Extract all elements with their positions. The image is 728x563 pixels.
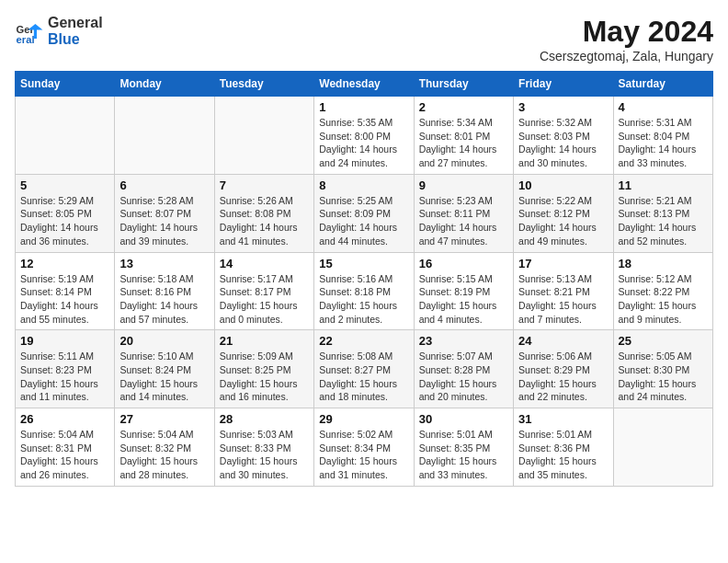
calendar-cell: 4Sunrise: 5:31 AMSunset: 8:04 PMDaylight… (613, 97, 712, 175)
calendar-cell: 29Sunrise: 5:02 AMSunset: 8:34 PMDayligh… (314, 408, 414, 487)
calendar-cell (115, 97, 214, 175)
weekday-header: Saturday (613, 72, 712, 97)
calendar-cell: 23Sunrise: 5:07 AMSunset: 8:28 PMDayligh… (414, 330, 513, 408)
day-info: Sunrise: 5:25 AMSunset: 8:09 PMDaylight:… (319, 194, 408, 248)
calendar-cell: 15Sunrise: 5:16 AMSunset: 8:18 PMDayligh… (314, 252, 414, 330)
calendar-cell: 13Sunrise: 5:18 AMSunset: 8:16 PMDayligh… (115, 252, 214, 330)
calendar-cell: 11Sunrise: 5:21 AMSunset: 8:13 PMDayligh… (613, 174, 712, 252)
day-info: Sunrise: 5:18 AMSunset: 8:16 PMDaylight:… (119, 272, 209, 327)
day-number: 31 (518, 412, 608, 426)
calendar-cell: 19Sunrise: 5:11 AMSunset: 8:23 PMDayligh… (16, 330, 115, 408)
calendar-cell: 22Sunrise: 5:08 AMSunset: 8:27 PMDayligh… (314, 330, 414, 408)
weekday-header: Friday (514, 72, 613, 97)
day-info: Sunrise: 5:13 AMSunset: 8:21 PMDaylight:… (518, 272, 608, 327)
calendar-cell: 26Sunrise: 5:04 AMSunset: 8:31 PMDayligh… (16, 408, 115, 487)
day-info: Sunrise: 5:01 AMSunset: 8:35 PMDaylight:… (419, 428, 508, 482)
day-info: Sunrise: 5:23 AMSunset: 8:11 PMDaylight:… (419, 194, 508, 248)
day-info: Sunrise: 5:21 AMSunset: 8:13 PMDaylight:… (619, 194, 708, 248)
day-info: Sunrise: 5:15 AMSunset: 8:19 PMDaylight:… (419, 272, 508, 327)
weekday-header: Sunday (16, 72, 115, 97)
calendar-cell: 10Sunrise: 5:22 AMSunset: 8:12 PMDayligh… (514, 174, 613, 252)
day-info: Sunrise: 5:12 AMSunset: 8:22 PMDaylight:… (619, 272, 708, 327)
calendar-week: 26Sunrise: 5:04 AMSunset: 8:31 PMDayligh… (16, 408, 713, 487)
day-number: 21 (220, 334, 309, 348)
day-number: 11 (619, 178, 708, 192)
calendar-cell: 7Sunrise: 5:26 AMSunset: 8:08 PMDaylight… (214, 174, 313, 252)
title-block: May 2024 Cserszegtomaj, Zala, Hungary (540, 15, 713, 63)
calendar-cell (16, 97, 115, 175)
weekday-header: Monday (115, 72, 214, 97)
calendar-cell: 3Sunrise: 5:32 AMSunset: 8:03 PMDaylight… (514, 97, 613, 175)
day-info: Sunrise: 5:34 AMSunset: 8:01 PMDaylight:… (419, 116, 508, 170)
calendar-cell: 30Sunrise: 5:01 AMSunset: 8:35 PMDayligh… (414, 408, 513, 487)
day-info: Sunrise: 5:03 AMSunset: 8:33 PMDaylight:… (220, 428, 309, 482)
day-number: 17 (518, 257, 608, 270)
day-number: 10 (518, 178, 608, 192)
logo: Gen eral General Blue (15, 15, 103, 47)
day-number: 4 (619, 100, 708, 114)
calendar-cell: 20Sunrise: 5:10 AMSunset: 8:24 PMDayligh… (115, 330, 214, 408)
calendar-week: 19Sunrise: 5:11 AMSunset: 8:23 PMDayligh… (16, 330, 713, 408)
weekday-header: Wednesday (314, 72, 414, 97)
day-info: Sunrise: 5:02 AMSunset: 8:34 PMDaylight:… (319, 428, 408, 482)
day-number: 20 (119, 334, 209, 348)
day-number: 26 (20, 412, 109, 426)
day-number: 12 (20, 257, 109, 270)
logo-general-text: General (48, 15, 103, 31)
day-number: 13 (119, 257, 209, 270)
calendar-cell: 31Sunrise: 5:01 AMSunset: 8:36 PMDayligh… (514, 408, 613, 487)
calendar-cell: 6Sunrise: 5:28 AMSunset: 8:07 PMDaylight… (115, 174, 214, 252)
calendar-cell: 25Sunrise: 5:05 AMSunset: 8:30 PMDayligh… (613, 330, 712, 408)
day-info: Sunrise: 5:16 AMSunset: 8:18 PMDaylight:… (319, 272, 408, 327)
calendar-cell: 18Sunrise: 5:12 AMSunset: 8:22 PMDayligh… (613, 252, 712, 330)
day-number: 7 (220, 178, 309, 192)
logo-icon: Gen eral (15, 17, 44, 46)
day-info: Sunrise: 5:08 AMSunset: 8:27 PMDaylight:… (319, 350, 408, 404)
day-number: 28 (220, 412, 309, 426)
calendar-cell: 2Sunrise: 5:34 AMSunset: 8:01 PMDaylight… (414, 97, 513, 175)
day-info: Sunrise: 5:19 AMSunset: 8:14 PMDaylight:… (20, 272, 109, 327)
day-number: 24 (518, 334, 608, 348)
calendar-cell: 5Sunrise: 5:29 AMSunset: 8:05 PMDaylight… (16, 174, 115, 252)
day-info: Sunrise: 5:01 AMSunset: 8:36 PMDaylight:… (518, 428, 608, 482)
day-number: 8 (319, 178, 408, 192)
day-info: Sunrise: 5:05 AMSunset: 8:30 PMDaylight:… (619, 350, 708, 404)
day-number: 27 (119, 412, 209, 426)
day-number: 22 (319, 334, 408, 348)
calendar-cell: 14Sunrise: 5:17 AMSunset: 8:17 PMDayligh… (214, 252, 313, 330)
weekday-header: Tuesday (214, 72, 313, 97)
day-number: 23 (419, 334, 508, 348)
day-number: 18 (619, 257, 708, 270)
calendar-subtitle: Cserszegtomaj, Zala, Hungary (540, 49, 713, 63)
calendar-cell: 1Sunrise: 5:35 AMSunset: 8:00 PMDaylight… (314, 97, 414, 175)
day-number: 9 (419, 178, 508, 192)
calendar-cell: 17Sunrise: 5:13 AMSunset: 8:21 PMDayligh… (514, 252, 613, 330)
day-info: Sunrise: 5:10 AMSunset: 8:24 PMDaylight:… (119, 350, 209, 404)
day-number: 29 (319, 412, 408, 426)
calendar-header: SundayMondayTuesdayWednesdayThursdayFrid… (16, 72, 713, 97)
day-number: 15 (319, 257, 408, 270)
weekday-header: Thursday (414, 72, 513, 97)
calendar-cell: 16Sunrise: 5:15 AMSunset: 8:19 PMDayligh… (414, 252, 513, 330)
day-info: Sunrise: 5:11 AMSunset: 8:23 PMDaylight:… (20, 350, 109, 404)
day-number: 3 (518, 100, 608, 114)
day-info: Sunrise: 5:26 AMSunset: 8:08 PMDaylight:… (220, 194, 309, 248)
day-info: Sunrise: 5:28 AMSunset: 8:07 PMDaylight:… (119, 194, 209, 248)
calendar-cell: 12Sunrise: 5:19 AMSunset: 8:14 PMDayligh… (16, 252, 115, 330)
svg-text:eral: eral (17, 33, 35, 44)
day-info: Sunrise: 5:35 AMSunset: 8:00 PMDaylight:… (319, 116, 408, 170)
day-info: Sunrise: 5:07 AMSunset: 8:28 PMDaylight:… (419, 350, 508, 404)
calendar-cell: 21Sunrise: 5:09 AMSunset: 8:25 PMDayligh… (214, 330, 313, 408)
day-number: 6 (119, 178, 209, 192)
day-number: 5 (20, 178, 109, 192)
day-info: Sunrise: 5:29 AMSunset: 8:05 PMDaylight:… (20, 194, 109, 248)
day-info: Sunrise: 5:17 AMSunset: 8:17 PMDaylight:… (220, 272, 309, 327)
day-info: Sunrise: 5:09 AMSunset: 8:25 PMDaylight:… (220, 350, 309, 404)
calendar-week: 12Sunrise: 5:19 AMSunset: 8:14 PMDayligh… (16, 252, 713, 330)
page-header: Gen eral General Blue May 2024 Cserszegt… (15, 15, 713, 63)
day-number: 19 (20, 334, 109, 348)
day-number: 1 (319, 100, 408, 114)
calendar-cell (613, 408, 712, 487)
calendar-cell: 24Sunrise: 5:06 AMSunset: 8:29 PMDayligh… (514, 330, 613, 408)
day-info: Sunrise: 5:04 AMSunset: 8:31 PMDaylight:… (20, 428, 109, 482)
